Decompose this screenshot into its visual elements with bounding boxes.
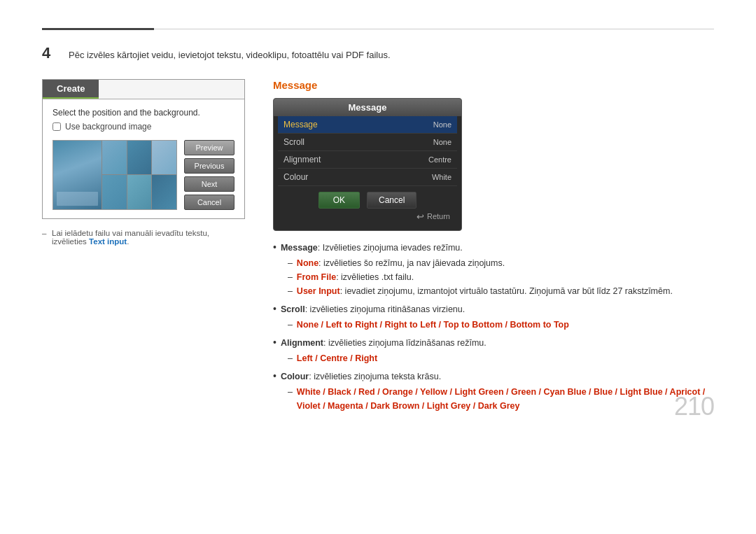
dialog-label-alignment: Alignment bbox=[284, 155, 321, 164]
thumb-sm-3 bbox=[152, 141, 176, 175]
image-preview-area bbox=[52, 140, 177, 210]
dialog-ok-button[interactable]: OK bbox=[318, 192, 360, 209]
return-icon: ↩ bbox=[416, 211, 424, 222]
thumb-sm-1 bbox=[102, 141, 127, 175]
alignment-options-text: Left / Centre / Right bbox=[297, 351, 377, 365]
bullet-list: Message: Izvēlieties ziņojuma ievades re… bbox=[273, 241, 714, 414]
main-content: Create Select the position and the backg… bbox=[42, 79, 714, 417]
bullet-colour: Colour: izvēlieties ziņojuma teksta krās… bbox=[273, 370, 714, 414]
dialog-btn-row: OK Cancel bbox=[278, 192, 457, 209]
dialog-row-message[interactable]: Message None bbox=[278, 116, 457, 134]
dialog-value-alignment: Centre bbox=[428, 155, 451, 164]
bullet-message: Message: Izvēlieties ziņojuma ievades re… bbox=[273, 241, 714, 300]
bullet-scroll-text: : izvēlieties ziņojuma ritināšanas virzi… bbox=[305, 304, 465, 314]
sub-user-input: User Input: ievadiet ziņojumu, izmantojo… bbox=[288, 284, 673, 298]
step-row: 4 Pēc izvēles kārtojiet veidu, ievietojo… bbox=[42, 44, 714, 62]
dialog-row-colour[interactable]: Colour White bbox=[278, 169, 457, 186]
bullet-alignment: Alignment: izvēlieties ziņojuma līdzināš… bbox=[273, 336, 714, 367]
dialog-row-alignment[interactable]: Alignment Centre bbox=[278, 151, 457, 169]
dialog-cancel-button[interactable]: Cancel bbox=[367, 192, 416, 209]
bullet-colour-content: Colour: izvēlieties ziņojuma teksta krās… bbox=[281, 370, 714, 414]
dialog-label-message: Message bbox=[284, 120, 318, 129]
bullet-alignment-label: Alignment bbox=[281, 338, 323, 348]
dialog-value-scroll: None bbox=[433, 138, 451, 146]
sub-none: None: izvēlieties šo režīmu, ja nav jāie… bbox=[288, 256, 673, 270]
checkbox-label: Use background image bbox=[65, 122, 151, 132]
page-number: 210 bbox=[674, 392, 714, 421]
dialog-titlebar: Message bbox=[274, 99, 461, 116]
dialog-row-scroll[interactable]: Scroll None bbox=[278, 134, 457, 151]
top-rules bbox=[42, 28, 714, 30]
text-input-link[interactable]: Text input bbox=[89, 237, 127, 246]
previous-button[interactable]: Previous bbox=[184, 158, 234, 174]
return-label: Return bbox=[427, 212, 450, 220]
sub-list-colour: White / Black / Red / Orange / Yellow / … bbox=[288, 385, 714, 413]
bottom-note-suffix: . bbox=[127, 237, 129, 246]
dialog-return-row: ↩ Return bbox=[278, 209, 457, 225]
dialog-label-scroll: Scroll bbox=[284, 137, 304, 147]
sub-list-alignment: Left / Centre / Right bbox=[288, 351, 486, 365]
bullet-scroll-content: Scroll: izvēlieties ziņojuma ritināšanas… bbox=[281, 302, 569, 333]
message-dialog: Message Message None Scroll None Alignme… bbox=[273, 98, 462, 231]
dialog-label-colour: Colour bbox=[284, 172, 308, 182]
cancel-button[interactable]: Cancel bbox=[184, 195, 234, 210]
sub-user-input-label: User Input bbox=[297, 286, 340, 296]
create-content-area: Preview Previous Next Cancel bbox=[52, 140, 234, 210]
sub-none-label: None bbox=[297, 258, 318, 268]
create-label: Select the position and the background. bbox=[52, 108, 234, 118]
step-text: Pēc izvēles kārtojiet veidu, ievietojot … bbox=[69, 44, 391, 62]
sub-user-input-text: : ievadiet ziņojumu, izmantojot virtuālo… bbox=[340, 286, 673, 296]
sub-list-scroll: None / Left to Right / Right to Left / T… bbox=[288, 318, 569, 332]
buttons-col: Preview Previous Next Cancel bbox=[184, 140, 234, 210]
bullet-message-text: : Izvēlieties ziņojuma ievades režīmu. bbox=[318, 243, 463, 253]
preview-inactive-button[interactable]: Preview bbox=[184, 140, 234, 155]
dialog-value-message: None bbox=[433, 120, 451, 129]
grid-layout bbox=[53, 141, 176, 209]
section-title: Message bbox=[273, 79, 714, 91]
sub-from-file-text: : izvēlieties .txt failu. bbox=[336, 272, 414, 282]
bottom-note: Lai ielādetu failu vai manuāli ievadītu … bbox=[42, 229, 245, 246]
sub-from-file: From File: izvēlieties .txt failu. bbox=[288, 270, 673, 284]
create-inner: Select the position and the background. … bbox=[43, 99, 244, 218]
bullet-scroll: Scroll: izvēlieties ziņojuma ritināšanas… bbox=[273, 302, 714, 333]
thumbnail-grid bbox=[52, 140, 177, 210]
bullet-message-content: Message: Izvēlieties ziņojuma ievades re… bbox=[281, 241, 673, 300]
sub-scroll-options: None / Left to Right / Right to Left / T… bbox=[288, 318, 569, 332]
background-image-checkbox[interactable] bbox=[52, 122, 61, 131]
bullet-scroll-label: Scroll bbox=[281, 304, 305, 314]
bullet-message-label: Message bbox=[281, 243, 318, 253]
create-box: Create Select the position and the backg… bbox=[42, 79, 245, 219]
bullet-alignment-text: : izvēlieties ziņojuma līdzināšanas režī… bbox=[323, 338, 486, 348]
step-number: 4 bbox=[42, 44, 62, 61]
thumb-sm-5 bbox=[127, 175, 152, 209]
sub-list-message: None: izvēlieties šo režīmu, ja nav jāie… bbox=[288, 256, 673, 298]
create-tab: Create bbox=[43, 80, 99, 99]
sub-colour-options: White / Black / Red / Orange / Yellow / … bbox=[288, 385, 714, 413]
sub-from-file-label: From File bbox=[297, 272, 336, 282]
sub-alignment-options: Left / Centre / Right bbox=[288, 351, 486, 365]
checkbox-row[interactable]: Use background image bbox=[52, 122, 234, 132]
thumb-large bbox=[53, 141, 102, 209]
thumb-sm-6 bbox=[152, 175, 176, 209]
left-panel: Create Select the position and the backg… bbox=[42, 79, 245, 417]
thumb-sm-2 bbox=[127, 141, 152, 175]
colour-options-text: White / Black / Red / Orange / Yellow / … bbox=[297, 385, 714, 413]
bottom-note-prefix: Lai ielādetu failu vai manuāli ievadītu … bbox=[52, 229, 209, 246]
bullet-colour-text: : izvēlieties ziņojuma teksta krāsu. bbox=[309, 372, 441, 381]
scroll-options-text: None / Left to Right / Right to Left / T… bbox=[297, 318, 569, 332]
rule-dark bbox=[42, 28, 154, 30]
bullet-alignment-content: Alignment: izvēlieties ziņojuma līdzināš… bbox=[281, 336, 486, 367]
right-panel: Message Message Message None Scroll None… bbox=[273, 79, 714, 417]
bullet-colour-label: Colour bbox=[281, 372, 309, 381]
thumb-sm-4 bbox=[102, 175, 127, 209]
rule-light bbox=[154, 29, 714, 29]
sub-none-text: : izvēlieties šo režīmu, ja nav jāievada… bbox=[318, 258, 505, 268]
dialog-value-colour: White bbox=[432, 173, 451, 181]
next-button[interactable]: Next bbox=[184, 176, 234, 192]
dialog-body: Message None Scroll None Alignment Centr… bbox=[274, 116, 461, 230]
